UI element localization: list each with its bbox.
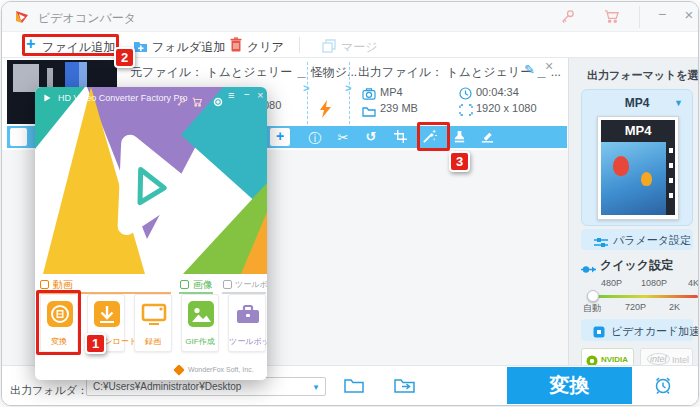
rename-pencil-icon[interactable]: ✎ xyxy=(524,62,535,77)
quick-settings-icon xyxy=(581,260,596,278)
launcher-footer: WonderFox Soft, Inc. xyxy=(188,366,254,373)
output-folder-label: 出力フォルダ： xyxy=(10,383,88,398)
slider-label-1080p: 1080P xyxy=(641,278,667,288)
format-panel-header: 出力フォーマットを選択 xyxy=(587,68,699,83)
subtitle-pen-icon[interactable] xyxy=(477,130,497,146)
wonderfox-logo-icon xyxy=(173,364,184,375)
convert-button[interactable]: 変換 xyxy=(507,367,632,404)
effects-wand-icon[interactable] xyxy=(419,129,439,147)
format-dropdown-icon[interactable]: ▼ xyxy=(674,98,683,108)
module-convert-button[interactable]: 変換 xyxy=(40,294,78,352)
launcher-overlay-window: HD Video Converter Factory Pro ≡ − × 動画 … xyxy=(35,87,267,380)
resolution-slider-knob[interactable] xyxy=(587,290,599,302)
toolbox-module-icon xyxy=(235,301,261,331)
duration-value: 00:04:34 xyxy=(476,86,519,98)
launcher-title: HD Video Converter Factory Pro xyxy=(58,93,187,103)
annotation-badge-step3: 3 xyxy=(449,151,470,172)
titlebar: ビデオコンバータ − × xyxy=(2,2,698,32)
slider-label-720p: 720P xyxy=(625,302,646,312)
clear-label: クリア xyxy=(247,39,284,56)
resolution-slider-track[interactable] xyxy=(592,295,698,298)
module-toolbox-label: ツールボックス xyxy=(229,336,265,347)
intel-label: Intel xyxy=(672,355,689,365)
sliders-icon xyxy=(594,234,608,252)
open-folder-icon[interactable] xyxy=(394,377,416,397)
browse-folder-icon[interactable] xyxy=(344,377,364,397)
launcher-hero: HD Video Converter Factory Pro ≡ − × xyxy=(35,87,267,274)
combobox-dropdown-icon[interactable]: ▼ xyxy=(312,383,320,392)
source-file-label: 元ファイル： トムとジェリー ＿ 怪物ジ... xyxy=(130,64,357,81)
gpu-acceleration-button[interactable]: ビデオカード加速 xyxy=(581,319,693,341)
launcher-logo-icon xyxy=(40,91,54,109)
titlebar-divider xyxy=(639,6,640,28)
output-format-value: MP4 xyxy=(380,86,403,98)
resolution-value: 1920 x 1080 xyxy=(476,102,537,114)
module-record-button[interactable]: 録画 xyxy=(134,294,172,352)
chevron-right-icon: > xyxy=(303,82,309,94)
category-image-label: 画像 xyxy=(193,278,213,292)
annotation-badge-step1: 1 xyxy=(85,333,106,354)
slider-label-auto: 自動 xyxy=(583,302,601,315)
lightning-bolt-icon xyxy=(320,100,332,122)
record-module-icon xyxy=(141,301,167,331)
info-icon[interactable]: ⓘ xyxy=(305,130,325,148)
minimize-button[interactable]: − xyxy=(650,6,674,28)
launcher-close-button[interactable]: × xyxy=(257,89,263,101)
category-toolbox-icon xyxy=(223,280,232,289)
main-toolbar: + ファイル追加 フォルダ追加 クリア マージ xyxy=(2,32,698,58)
cut-scissors-icon[interactable]: ✂ xyxy=(333,130,353,145)
format-thumb: MP4 xyxy=(597,116,679,220)
merge-label: マージ xyxy=(341,39,378,56)
module-toolbox-button[interactable]: ツールボックス xyxy=(228,294,266,352)
crop-icon[interactable] xyxy=(390,130,410,146)
module-convert-label: 変換 xyxy=(41,336,77,347)
parameter-settings-button[interactable]: パラメータ設定 xyxy=(581,229,693,250)
film-hole xyxy=(669,178,673,183)
gpu-acceleration-label: ビデオカード加速 xyxy=(611,324,699,339)
module-record-label: 録画 xyxy=(135,336,171,347)
intel-logo: intel xyxy=(647,353,670,365)
format-thumb-band: MP4 xyxy=(601,120,675,142)
film-hole xyxy=(669,148,673,153)
module-gif-label: GIF作成 xyxy=(182,336,218,347)
category-toolbox-label: ツールボックス xyxy=(235,279,267,290)
format-camera-icon xyxy=(362,86,376,104)
add-file-label: ファイル追加 xyxy=(42,39,115,56)
format-panel: 出力フォーマットを選択 MP4 ▼ MP4 パラメ xyxy=(568,58,699,365)
module-gif-button[interactable]: GIF作成 xyxy=(181,294,219,352)
launcher-settings-icon[interactable] xyxy=(213,93,223,111)
gpu-chip-icon xyxy=(593,324,605,342)
format-select-card[interactable]: MP4 ▼ MP4 xyxy=(581,89,693,226)
license-key-icon[interactable] xyxy=(560,9,575,28)
screenshot-stage: ビデオコンバータ − × + ファイル追加 フォルダ追加 クリア xyxy=(0,0,700,407)
store-cart-icon[interactable] xyxy=(604,9,619,28)
film-hole xyxy=(669,163,673,168)
convert-module-icon xyxy=(47,301,73,331)
balloon-shape xyxy=(613,156,629,176)
close-button[interactable]: × xyxy=(678,6,699,28)
gif-module-icon xyxy=(188,301,214,331)
plus-icon: + xyxy=(26,35,35,53)
rotate-icon[interactable]: ↺ xyxy=(361,129,381,144)
launcher-minimize-button[interactable]: − xyxy=(244,89,250,100)
download-module-icon xyxy=(94,301,120,331)
trash-icon xyxy=(230,37,242,56)
app-logo-icon xyxy=(14,9,30,25)
film-hole xyxy=(669,193,673,198)
merge-icon xyxy=(322,39,336,57)
launcher-menu-icon[interactable]: ≡ xyxy=(228,89,234,101)
launcher-bottom: 動画 画像 ツールボックス 変換 ダウンロード xyxy=(35,274,267,380)
launcher-cart-icon[interactable] xyxy=(192,93,202,111)
folder-plus-icon xyxy=(133,39,148,57)
category-video-label: 動画 xyxy=(53,278,73,292)
launcher-key-icon[interactable] xyxy=(176,93,186,111)
thumbnail-shape xyxy=(13,64,39,92)
watermark-stamp-icon[interactable] xyxy=(449,130,469,146)
add-more-files-button[interactable]: + xyxy=(270,128,290,146)
nvidia-label: NVIDIA xyxy=(601,355,628,364)
window-title: ビデオコンバータ xyxy=(38,10,136,27)
slider-label-4k: 4K xyxy=(688,278,699,288)
remove-file-icon[interactable]: × xyxy=(545,58,553,74)
schedule-alarm-icon[interactable] xyxy=(653,376,673,399)
quick-settings-label: クイック設定 xyxy=(600,257,673,274)
